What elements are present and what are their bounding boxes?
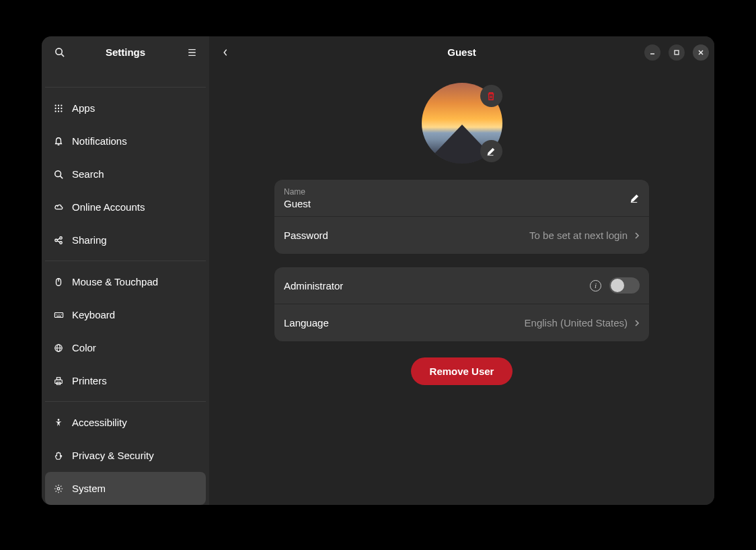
svg-point-15 (55, 170, 61, 176)
sidebar-item-keyboard[interactable]: Keyboard (45, 298, 206, 331)
svg-point-7 (61, 104, 62, 106)
toggle-knob (611, 279, 624, 292)
sidebar-title: Settings (42, 46, 209, 58)
svg-point-10 (61, 107, 62, 108)
name-row[interactable]: Name Guest (274, 180, 649, 217)
sidebar-item-label: Online Accounts (72, 201, 145, 213)
sidebar-item-online-accounts[interactable]: Online Accounts (45, 191, 206, 224)
svg-point-8 (54, 107, 56, 108)
sidebar-item-apps[interactable]: Apps (45, 92, 206, 125)
sidebar-item-label: Mouse & Touchpad (72, 276, 158, 287)
cloud-icon (53, 202, 64, 213)
svg-rect-42 (488, 155, 494, 156)
password-row[interactable]: Password To be set at next login (274, 217, 649, 254)
user-info-group: Name Guest Password To be set at next lo… (274, 180, 649, 254)
main-panel: Guest (209, 36, 714, 505)
sidebar-list: Apps Notifications Search Online Account… (42, 68, 209, 505)
apps-icon (53, 103, 64, 114)
admin-label: Administrator (284, 280, 343, 291)
svg-line-16 (61, 176, 63, 178)
sidebar-header: Settings (42, 36, 209, 68)
separator (45, 87, 206, 88)
sidebar-item-label: Sharing (72, 234, 107, 246)
hand-icon (53, 450, 64, 461)
sidebar-item-color[interactable]: Color (45, 331, 206, 364)
svg-point-9 (58, 107, 59, 108)
sidebar-item-label: Search (72, 168, 104, 180)
edit-name-button[interactable] (630, 193, 640, 203)
sidebar-item-label: Privacy & Security (72, 450, 154, 461)
password-label: Password (284, 230, 328, 241)
sidebar-item-label: Printers (72, 375, 107, 386)
user-settings-group: Administrator i Language English (United… (274, 267, 649, 341)
password-value: To be set at next login (529, 230, 628, 241)
chevron-right-icon (634, 232, 640, 240)
svg-point-37 (57, 487, 60, 490)
delete-avatar-button[interactable] (480, 85, 502, 107)
pencil-icon (630, 193, 640, 203)
language-row[interactable]: Language English (United States) (274, 304, 649, 341)
avatar-container (422, 83, 502, 164)
sidebar-item-privacy[interactable]: Privacy & Security (45, 439, 206, 472)
item-icon (53, 68, 64, 79)
sidebar-item-printers[interactable]: Printers (45, 364, 206, 397)
printer-icon (53, 376, 64, 386)
separator (45, 401, 206, 402)
sidebar-item-label: System (72, 483, 106, 494)
sidebar-item-label: Accessibility (72, 417, 127, 428)
info-icon[interactable]: i (590, 280, 601, 291)
svg-point-13 (61, 110, 62, 112)
settings-window: Settings Apps Notifications (42, 36, 714, 505)
bell-icon (53, 136, 64, 147)
pencil-icon (486, 147, 496, 156)
gear-icon (53, 483, 64, 494)
sidebar-item-label: Color (72, 342, 96, 353)
language-label: Language (284, 317, 329, 329)
svg-point-11 (54, 110, 56, 112)
main-header: Guest (209, 36, 714, 68)
sidebar-item-system[interactable]: System (45, 472, 206, 505)
svg-rect-24 (54, 312, 63, 317)
accessibility-icon (53, 417, 64, 428)
svg-point-12 (58, 110, 59, 112)
separator (45, 261, 206, 261)
svg-rect-33 (55, 380, 63, 383)
svg-point-19 (60, 241, 63, 244)
svg-point-36 (58, 419, 60, 421)
svg-point-18 (60, 236, 63, 239)
globe-icon (53, 343, 64, 353)
sidebar: Settings Apps Notifications (42, 36, 209, 505)
name-label: Name (284, 187, 311, 197)
svg-point-5 (54, 104, 56, 106)
content: Name Guest Password To be set at next lo… (209, 68, 714, 505)
svg-rect-34 (56, 377, 60, 380)
sidebar-item-partial[interactable] (45, 68, 206, 83)
page-title: Guest (209, 46, 714, 58)
search-icon (53, 169, 64, 180)
svg-line-21 (57, 240, 60, 242)
language-value: English (United States) (525, 317, 628, 329)
edit-avatar-button[interactable] (480, 140, 502, 162)
admin-toggle[interactable] (609, 277, 640, 294)
share-icon (53, 235, 64, 246)
svg-point-17 (55, 239, 58, 242)
sidebar-item-accessibility[interactable]: Accessibility (45, 406, 206, 439)
sidebar-item-mouse[interactable]: Mouse & Touchpad (45, 265, 206, 298)
sidebar-item-label: Notifications (72, 135, 127, 147)
svg-rect-43 (631, 202, 637, 203)
trash-icon (486, 92, 496, 101)
sidebar-item-label: Keyboard (72, 309, 115, 320)
sidebar-item-sharing[interactable]: Sharing (45, 224, 206, 256)
sidebar-item-search[interactable]: Search (45, 158, 206, 191)
svg-line-20 (57, 238, 60, 240)
sidebar-item-notifications[interactable]: Notifications (45, 125, 206, 158)
mouse-icon (53, 277, 64, 287)
keyboard-icon (53, 310, 64, 320)
name-text: Name Guest (284, 187, 311, 209)
administrator-row: Administrator i (274, 267, 649, 304)
svg-point-6 (58, 104, 59, 106)
name-value: Guest (284, 198, 311, 209)
remove-user-button[interactable]: Remove User (411, 357, 513, 385)
chevron-right-icon (634, 319, 640, 327)
sidebar-item-label: Apps (72, 102, 95, 114)
